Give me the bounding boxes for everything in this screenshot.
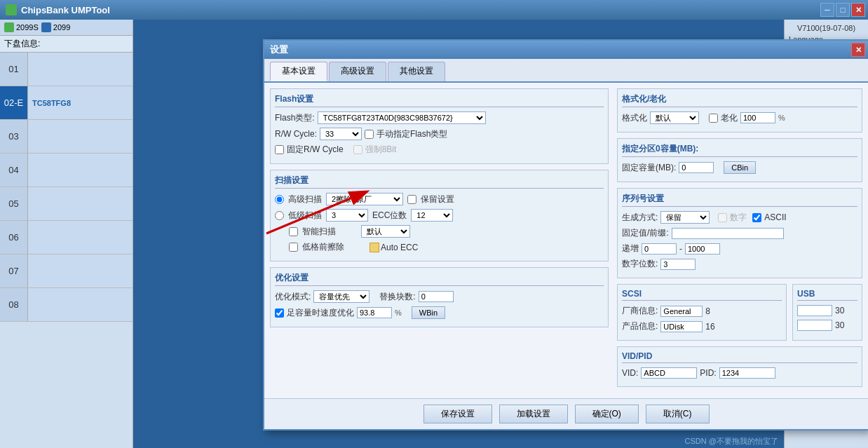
slot-08-number: 08 xyxy=(0,288,28,321)
manual-flash-checkbox[interactable] xyxy=(365,130,374,139)
ok-button[interactable]: 确定(O) xyxy=(575,405,639,423)
dialog-title: 设置 xyxy=(270,43,288,56)
usb-title: USB xyxy=(797,289,857,301)
manual-flash-label: 手动指定Flash类型 xyxy=(377,128,447,140)
fixed-capacity-row: 固定容量(MB): CBin xyxy=(622,161,857,174)
low-scan-radio[interactable] xyxy=(275,211,284,220)
dialog-close-button[interactable]: ✕ xyxy=(851,43,865,57)
chip-2099-color xyxy=(41,22,51,32)
slot-02[interactable]: 02-E TC58TFG8 xyxy=(0,86,133,120)
usb-product-row: 30 xyxy=(797,320,857,331)
increment-start-input[interactable] xyxy=(642,243,677,254)
tab-advanced-settings[interactable]: 高级设置 xyxy=(329,62,386,81)
vid-input[interactable] xyxy=(641,367,697,379)
save-settings-button[interactable]: 保存设置 xyxy=(423,405,492,423)
slot-02-device: TC58TFG8 xyxy=(28,99,71,107)
gen-method-label: 生成方式: xyxy=(622,212,658,224)
slot-06-number: 06 xyxy=(0,221,28,254)
close-button[interactable]: ✕ xyxy=(851,3,865,17)
digit-checkbox[interactable] xyxy=(718,213,727,222)
load-settings-button[interactable]: 加载设置 xyxy=(499,405,568,423)
flash-type-select[interactable]: TC58TFG8T23TA0D{983C98B37672} xyxy=(318,111,486,124)
partition-section-title: 指定分区0容量(MB): xyxy=(622,143,857,157)
smart-scan-checkbox[interactable] xyxy=(289,227,298,236)
product-info-input[interactable] xyxy=(660,321,703,332)
gen-method-select[interactable]: 保留 xyxy=(660,211,710,224)
slot-08[interactable]: 08 xyxy=(0,288,133,322)
cancel-button[interactable]: 取消(C) xyxy=(646,405,710,423)
slot-02-number: 02-E xyxy=(0,86,28,119)
digit-count-input[interactable] xyxy=(660,259,696,270)
advanced-scan-radio[interactable] xyxy=(275,195,284,204)
vendor-info-input[interactable] xyxy=(660,306,703,317)
ecc-select[interactable]: 12 xyxy=(411,209,453,222)
optimize-mode-row: 优化模式: 容量优先 替换块数: xyxy=(275,290,604,303)
optimize-mode-select[interactable]: 容量优先 xyxy=(313,290,369,303)
increment-label: 递增 xyxy=(622,243,639,254)
slot-07-number: 07 xyxy=(0,254,28,287)
slot-04[interactable]: 04 xyxy=(0,154,133,187)
vid-label: VID: xyxy=(622,368,638,378)
usb-vendor-row: 30 xyxy=(797,305,857,316)
rw-cycle-select[interactable]: 33 xyxy=(320,128,362,140)
smart-scan-row: 智能扫描 默认 xyxy=(275,225,604,238)
slot-03[interactable]: 03 xyxy=(0,120,133,154)
ascii-checkbox[interactable] xyxy=(752,213,761,222)
wbin-button[interactable]: WBin xyxy=(412,306,445,319)
advanced-scan-select[interactable]: 2擦除+原厂 xyxy=(326,193,403,205)
dialog-footer: 保存设置 加载设置 确定(O) 取消(C) xyxy=(264,398,868,429)
chip-2099: 2099 xyxy=(41,22,70,32)
pre-erase-row: 低格前擦除 Auto ECC xyxy=(275,241,604,253)
digit-count-row: 数字位数: xyxy=(622,258,857,270)
serial-section-title: 序列号设置 xyxy=(622,193,857,207)
usb-product-input[interactable] xyxy=(797,320,832,331)
smart-scan-default-select[interactable]: 默认 xyxy=(361,225,410,238)
flash-section: Flash设置 Flash类型: TC58TFG8T23TA0D{983C98B… xyxy=(270,88,609,164)
device-chips-bar: 2099S 2099 xyxy=(0,20,133,36)
replace-blocks-input[interactable] xyxy=(419,291,454,302)
format-label: 格式化 xyxy=(622,112,647,124)
keep-settings-checkbox[interactable] xyxy=(407,195,416,204)
format-select[interactable]: 默认 xyxy=(650,111,699,124)
app-title: ChipsBank UMPTool xyxy=(21,5,110,15)
slot-05-number: 05 xyxy=(0,187,28,220)
vendor-info-row: 厂商信息: 8 xyxy=(622,305,782,317)
left-panel: Flash设置 Flash类型: TC58TFG8T23TA0D{983C98B… xyxy=(270,88,609,393)
watermark: CSDN @不要拖我的怡宝了 xyxy=(685,436,778,447)
fixed-capacity-label: 固定容量(MB): xyxy=(622,162,676,174)
ecc-label: ECC位数 xyxy=(372,210,407,222)
tab-other-settings[interactable]: 其他设置 xyxy=(388,62,445,81)
aging-checkbox[interactable] xyxy=(709,114,718,123)
disk-info-label: 下盘信息: xyxy=(4,38,40,50)
usb-vendor-input[interactable] xyxy=(797,305,832,316)
app-icon xyxy=(6,4,17,15)
window-controls[interactable]: ─ □ ✕ xyxy=(820,3,865,17)
vendor-num: 8 xyxy=(705,306,710,316)
speed-value-input[interactable] xyxy=(357,307,392,318)
low-scan-row: 低级扫描 3 ECC位数 12 xyxy=(275,209,604,222)
chip-2099s: 2099S xyxy=(4,22,39,32)
slot-01[interactable]: 01 xyxy=(0,53,133,86)
slot-06[interactable]: 06 xyxy=(0,221,133,254)
force-8bit-checkbox[interactable] xyxy=(353,145,362,154)
chip-2099-label: 2099 xyxy=(53,23,70,32)
maximize-button[interactable]: □ xyxy=(836,3,850,17)
aging-value-input[interactable] xyxy=(740,112,775,123)
increment-end-input[interactable] xyxy=(685,243,720,254)
fix-rw-checkbox[interactable] xyxy=(275,145,284,154)
slot-07[interactable]: 07 xyxy=(0,254,133,288)
cbin-button[interactable]: CBin xyxy=(724,161,756,174)
vid-pid-row: VID: PID: xyxy=(622,367,857,379)
pid-input[interactable] xyxy=(719,367,775,379)
slot-03-number: 03 xyxy=(0,120,28,153)
pre-erase-checkbox[interactable] xyxy=(289,243,298,252)
center-area: 设置 ✕ 基本设置 高级设置 其他设置 Flash设置 Flash类型: xyxy=(133,20,784,448)
speed-opt-checkbox[interactable] xyxy=(275,308,284,318)
tab-basic-settings[interactable]: 基本设置 xyxy=(270,62,327,81)
fixed-capacity-input[interactable] xyxy=(679,162,714,173)
fixed-prefix-input[interactable] xyxy=(672,228,784,239)
minimize-button[interactable]: ─ xyxy=(820,3,834,17)
slot-05[interactable]: 05 xyxy=(0,187,133,221)
low-scan-select[interactable]: 3 xyxy=(326,209,368,222)
pid-label: PID: xyxy=(700,368,716,378)
